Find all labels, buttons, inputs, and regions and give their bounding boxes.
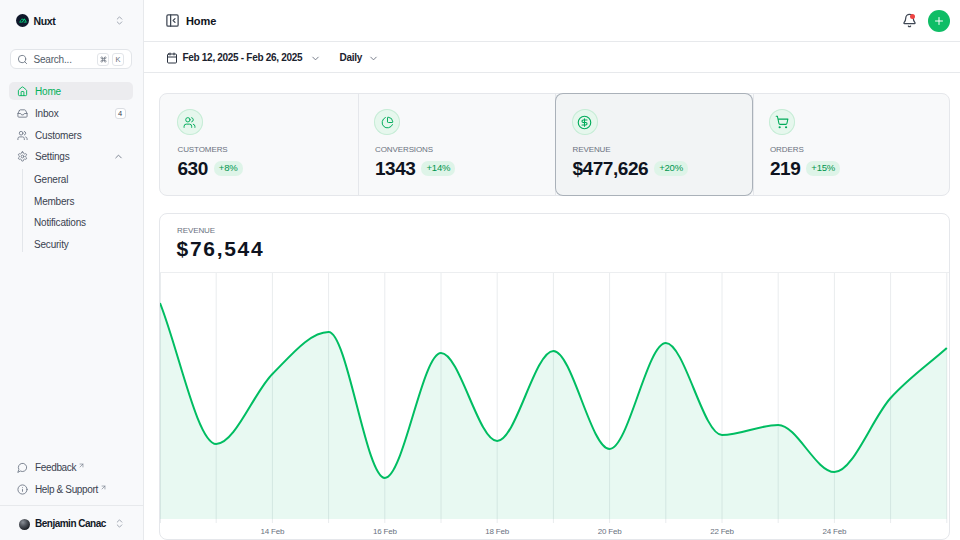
svg-text:18 Feb: 18 Feb xyxy=(485,527,509,536)
svg-text:14 Feb: 14 Feb xyxy=(261,527,285,536)
svg-text:24 Feb: 24 Feb xyxy=(823,527,847,536)
svg-text:20 Feb: 20 Feb xyxy=(598,527,622,536)
svg-text:22 Feb: 22 Feb xyxy=(710,527,734,536)
svg-text:16 Feb: 16 Feb xyxy=(373,527,397,536)
